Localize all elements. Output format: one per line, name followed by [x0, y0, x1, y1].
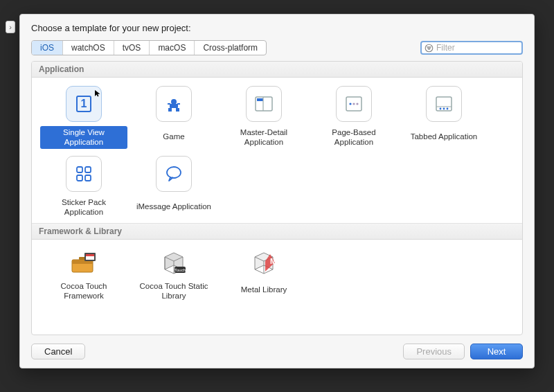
svg-rect-4: [170, 104, 178, 108]
tab-tvos[interactable]: tvOS: [114, 41, 150, 55]
template-single-view-application[interactable]: 1 Single View Application: [39, 82, 129, 152]
template-label: Sticker Pack Application: [40, 196, 127, 219]
next-button[interactable]: Next: [470, 344, 523, 359]
template-cocoa-touch-framework[interactable]: Cocoa Touch Framework: [39, 244, 129, 305]
template-label: Game: [160, 126, 187, 147]
tab-macos[interactable]: macOS: [150, 41, 195, 55]
svg-rect-8: [177, 103, 180, 105]
section-header-framework: Framework & Library: [32, 223, 522, 240]
template-label: Cocoa Touch Framework: [40, 280, 127, 303]
sticker-pack-icon: [66, 156, 102, 192]
imessage-icon: [156, 156, 192, 192]
template-label: Cocoa Touch Static Library: [130, 280, 217, 303]
svg-rect-6: [176, 108, 179, 112]
svg-point-13: [349, 103, 351, 105]
single-view-icon: 1: [66, 86, 102, 122]
svg-rect-7: [168, 103, 170, 105]
dialog-footer: Cancel Previous Next: [20, 335, 534, 368]
template-cocoa-touch-static-library[interactable]: Touch Cocoa Touch Static Library: [129, 244, 219, 305]
svg-point-20: [447, 108, 449, 110]
svg-rect-22: [85, 167, 91, 172]
tabbed-icon: [426, 86, 462, 122]
application-grid: 1 Single View Application: [32, 78, 522, 223]
new-project-sheet: Choose a template for your new project: …: [19, 14, 535, 368]
template-label: iMessage Application: [134, 196, 214, 217]
svg-rect-23: [77, 175, 82, 181]
template-page-based-application[interactable]: Page-Based Application: [309, 82, 399, 152]
svg-point-15: [356, 103, 358, 105]
platform-bar: iOS watchOS tvOS macOS Cross-platform: [20, 37, 534, 61]
svg-rect-21: [77, 167, 82, 172]
library-icon: Touch: [158, 248, 190, 276]
template-label: Page-Based Application: [310, 126, 397, 149]
template-sticker-pack-application[interactable]: Sticker Pack Application: [39, 152, 129, 222]
svg-text:M: M: [270, 257, 276, 265]
svg-point-25: [167, 167, 181, 178]
svg-rect-10: [257, 98, 263, 101]
template-tabbed-application[interactable]: Tabbed Application: [399, 82, 489, 152]
template-master-detail-application[interactable]: Master-Detail Application: [219, 82, 309, 152]
svg-rect-5: [168, 108, 172, 112]
template-label: Tabbed Application: [408, 126, 481, 147]
metal-icon: M: [248, 248, 280, 276]
tab-crossplatform[interactable]: Cross-platform: [195, 41, 266, 55]
template-game[interactable]: Game: [129, 82, 219, 152]
filter-icon: [425, 44, 434, 53]
tab-ios[interactable]: iOS: [32, 41, 63, 55]
svg-rect-31: [86, 254, 94, 256]
template-list: Application 1 Single View Application: [31, 61, 523, 335]
svg-text:Touch: Touch: [175, 268, 186, 272]
svg-rect-24: [85, 175, 91, 181]
section-header-application: Application: [32, 62, 522, 78]
previous-button[interactable]: Previous: [403, 344, 465, 359]
framework-grid: Cocoa Touch Framework Touch Cocoa Touch …: [32, 240, 522, 307]
back-chevron-icon[interactable]: ›: [6, 21, 15, 33]
game-icon: [156, 86, 192, 122]
platform-tabs: iOS watchOS tvOS macOS Cross-platform: [31, 40, 267, 55]
svg-point-14: [352, 103, 355, 105]
filter-field-wrap[interactable]: [420, 41, 523, 55]
template-label: Metal Library: [238, 280, 289, 301]
cursor-icon: [94, 89, 102, 98]
filter-input[interactable]: [434, 43, 519, 53]
template-label: Single View Application: [40, 126, 127, 149]
template-metal-library[interactable]: M Metal Library: [219, 244, 309, 305]
svg-point-19: [443, 108, 445, 110]
page-based-icon: [336, 86, 372, 122]
toolbox-icon: [68, 248, 100, 276]
tab-watchos[interactable]: watchOS: [63, 41, 114, 55]
svg-point-18: [440, 108, 442, 110]
template-label: Master-Detail Application: [220, 126, 307, 149]
dialog-prompt: Choose a template for your new project:: [20, 15, 534, 37]
cancel-button[interactable]: Cancel: [31, 344, 85, 359]
svg-text:1: 1: [81, 98, 87, 109]
master-detail-icon: [246, 86, 282, 122]
svg-point-3: [171, 99, 177, 105]
template-imessage-application[interactable]: iMessage Application: [129, 152, 219, 222]
